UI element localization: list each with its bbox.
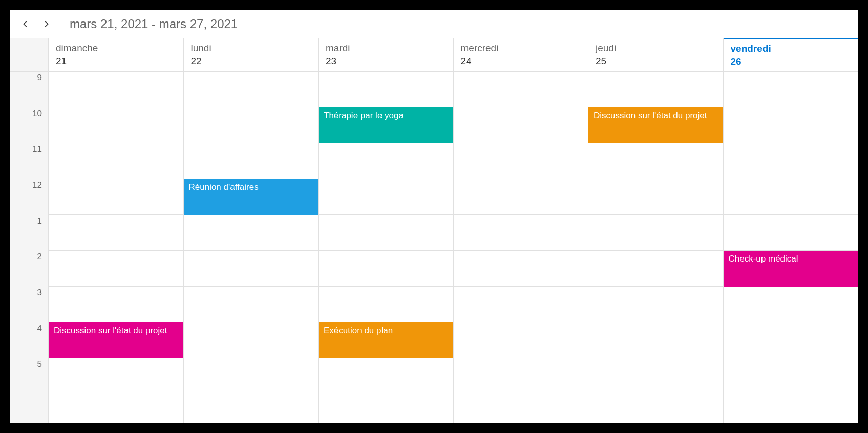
hour-cell[interactable] [724,322,858,358]
hour-cell[interactable] [49,143,183,179]
day-number-label: 23 [326,56,446,67]
hour-cell[interactable] [454,251,588,287]
hour-cell[interactable] [184,287,319,322]
day-name-label: dimanche [56,42,176,54]
chevron-right-icon [43,20,50,28]
hour-cell[interactable] [724,72,858,107]
hour-cell[interactable] [49,107,183,143]
hour-cell[interactable] [588,179,723,215]
day-headers-row: dimanche21lundi22mardi23mercredi24jeudi2… [10,38,858,72]
day-header[interactable]: mardi23 [319,38,454,71]
hour-cell[interactable] [319,251,453,287]
day-number-label: 25 [596,56,716,67]
day-columns: Discussion sur l'état du projetRéunion d… [49,72,858,423]
chevron-left-icon [22,20,29,28]
day-number-label: 22 [191,56,311,67]
day-column[interactable]: Discussion sur l'état du projet [49,72,184,423]
hour-cell[interactable] [319,143,453,179]
hour-label: 5 [10,358,48,394]
hour-cell[interactable] [724,107,858,143]
day-column[interactable]: Réunion d'affaires [184,72,319,423]
hour-cell[interactable] [184,251,319,287]
day-header[interactable]: lundi22 [184,38,319,71]
hour-cell[interactable] [588,251,723,287]
hour-cell[interactable] [184,72,319,107]
hour-cell[interactable] [724,358,858,394]
time-gutter-header [10,38,49,71]
hour-cell[interactable] [49,287,183,322]
time-gutter: 910111212345 [10,72,49,423]
day-column[interactable] [454,72,589,423]
hour-cell[interactable] [724,179,858,215]
day-header[interactable]: mercredi24 [454,38,589,71]
hour-label: 11 [10,143,48,179]
hour-cell[interactable] [184,322,319,358]
date-range-label: mars 21, 2021 - mars 27, 2021 [70,17,238,31]
hour-cell[interactable] [454,358,588,394]
calendar-event[interactable]: Réunion d'affaires [184,179,319,215]
hour-cell[interactable] [184,143,319,179]
hour-cell[interactable] [49,215,183,251]
day-header[interactable]: vendredi26 [724,38,858,71]
day-name-label: vendredi [731,43,851,54]
hour-cell[interactable] [588,143,723,179]
calendar-window: mars 21, 2021 - mars 27, 2021 dimanche21… [10,10,858,423]
hour-cell[interactable] [49,72,183,107]
calendar-event[interactable]: Discussion sur l'état du projet [49,322,183,358]
hour-label: 4 [10,322,48,358]
hour-cell[interactable] [588,358,723,394]
day-column[interactable]: Discussion sur l'état du projet [588,72,724,423]
hour-cell[interactable] [588,72,723,107]
day-column[interactable]: Thérapie par le yogaExécution du plan [319,72,454,423]
day-name-label: jeudi [596,42,716,54]
day-name-label: mercredi [461,42,581,54]
next-button[interactable] [39,17,53,31]
hour-label: 12 [10,179,48,215]
hour-cell[interactable] [49,179,183,215]
hour-cell[interactable] [454,72,588,107]
hour-cell[interactable] [49,358,183,394]
hour-cell[interactable] [724,287,858,322]
hour-cell[interactable] [724,215,858,251]
hour-label: 9 [10,72,48,107]
hour-cell[interactable] [319,358,453,394]
hour-cell[interactable] [454,322,588,358]
hour-cell[interactable] [454,107,588,143]
hour-cell[interactable] [588,215,723,251]
day-number-label: 26 [731,56,851,68]
calendar-header: mars 21, 2021 - mars 27, 2021 [10,10,858,38]
day-name-label: lundi [191,42,311,54]
hour-cell[interactable] [49,251,183,287]
hour-cell[interactable] [454,287,588,322]
prev-button[interactable] [18,17,33,31]
hour-cell[interactable] [184,107,319,143]
hour-cell[interactable] [319,287,453,322]
hour-cell[interactable] [319,215,453,251]
calendar-grid: 910111212345 Discussion sur l'état du pr… [10,72,858,423]
hour-label: 1 [10,215,48,251]
day-number-label: 21 [56,56,176,67]
hour-cell[interactable] [588,287,723,322]
hour-cell[interactable] [724,143,858,179]
day-header[interactable]: dimanche21 [49,38,184,71]
hour-cell[interactable] [454,179,588,215]
hour-label: 2 [10,251,48,287]
hour-cell[interactable] [319,179,453,215]
day-header[interactable]: jeudi25 [588,38,724,71]
hour-cell[interactable] [184,358,319,394]
hour-cell[interactable] [319,72,453,107]
hour-cell[interactable] [454,143,588,179]
hour-cell[interactable] [184,215,319,251]
calendar-event[interactable]: Discussion sur l'état du projet [588,107,723,143]
hour-cell[interactable] [454,215,588,251]
day-column[interactable]: Check-up médical [724,72,858,423]
day-number-label: 24 [461,56,581,67]
calendar-event[interactable]: Thérapie par le yoga [319,107,453,143]
hour-label: 10 [10,107,48,143]
calendar-event[interactable]: Exécution du plan [319,322,453,358]
calendar-event[interactable]: Check-up médical [724,251,858,287]
hour-label: 3 [10,287,48,322]
hour-cell[interactable] [588,322,723,358]
day-name-label: mardi [326,42,446,54]
